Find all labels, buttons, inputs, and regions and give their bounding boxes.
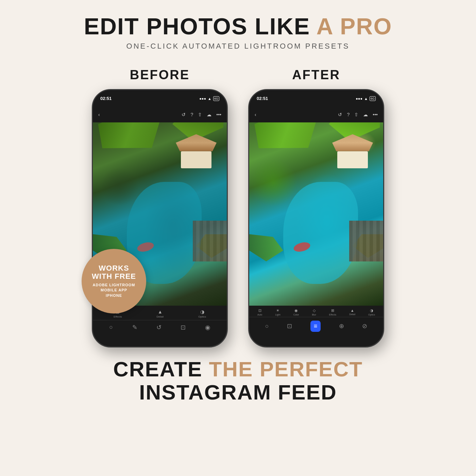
after-phone-wrapper: 02:51 ●●● ▲ 6G ‹ ↺ ? ⇧ ☁ [248,89,384,347]
share-icon[interactable]: ⇧ [198,112,202,117]
headline-text: EDIT PHOTOS LIKE [84,13,317,39]
after-status-icons: ●●● ▲ 6G [356,96,376,101]
footer-section: CREATE THE PERFECT INSTAGRAM FEED [106,347,370,411]
after-lr-nav-bar: ⊡ Auto ☀ Light ◉ Color ◇ [249,306,383,317]
before-nav-optics[interactable]: ◑ Optics [198,309,206,318]
after-hut-roof [332,134,373,151]
detail-icon: ▲ [158,309,163,314]
before-hut-roof [176,134,217,151]
auto-icon: ⊡ [258,308,261,313]
after-effects-icon: ⊞ [331,308,334,313]
before-eye-icon[interactable]: ◉ [205,324,210,331]
before-hut [176,134,217,168]
after-nav-detail[interactable]: ▲ Detail [349,308,355,316]
after-pool [283,182,358,284]
footer-headline: CREATE THE PERFECT [113,358,363,381]
before-status-icons: ●●● ▲ 6G [199,96,219,101]
before-hut-body [181,151,211,168]
optics-icon: ◑ [200,309,204,314]
back-icon[interactable]: ‹ [98,112,100,117]
after-optics-label: Optics [368,313,375,316]
history-icon[interactable]: ↺ [182,112,186,117]
before-lr-top-bar: ‹ ↺ ? ⇧ ☁ ••• [93,107,227,122]
after-history-icon[interactable]: ↺ [338,112,342,117]
after-more-icon[interactable]: ••• [373,112,378,117]
before-pen-icon[interactable]: ✎ [132,324,137,331]
after-nav-effects[interactable]: ⊞ Effects [329,308,336,316]
after-status-time: 02:51 [257,96,268,101]
footer-instagram: INSTAGRAM FEED [113,381,363,404]
after-lr-top-bar: ‹ ↺ ? ⇧ ☁ ••• [249,107,383,122]
after-share-icon[interactable]: ⇧ [354,112,358,117]
after-circle-icon[interactable]: ○ [265,323,269,330]
after-detail-label: Detail [349,313,355,316]
after-grid2-icon[interactable]: ⊡ [287,322,292,330]
after-hut-body [337,151,368,168]
light-label: Light [275,313,280,316]
cloud-icon[interactable]: ☁ [207,112,211,117]
after-phone-container: AFTER 02:51 ●●● ▲ 6G ‹ ↺ [248,68,384,347]
before-rotate-icon[interactable]: ↺ [156,324,162,331]
blur-icon: ◇ [313,308,316,313]
main-headline: EDIT PHOTOS LIKE A PRO [84,14,392,39]
after-nav-light[interactable]: ☀ Light [275,308,280,316]
after-lr-bottom-bar: ○ ⊡ ≡ ⊕ ⊘ [249,317,383,334]
network-icon: 6G [213,96,219,101]
subtitle-text: ONE-CLICK AUTOMATED LIGHTROOM PRESETS [84,42,392,51]
before-label: BEFORE [130,68,190,82]
after-sliders-icon[interactable]: ≡ [310,321,321,332]
after-network-icon: 6G [370,96,376,101]
after-lr-toolbar: ⊡ Auto ☀ Light ◉ Color ◇ [249,306,383,346]
after-signal-icon: ●●● [356,97,362,101]
auto-label: Auto [257,313,262,316]
after-plus-icon[interactable]: ⊕ [339,322,344,330]
after-nav-optics[interactable]: ◑ Optics [368,308,375,316]
after-nav-auto[interactable]: ⊡ Auto [257,308,262,316]
before-grid-icon[interactable]: ⊡ [181,324,186,331]
after-nav-blur[interactable]: ◇ Blur [312,308,316,316]
light-icon: ☀ [276,308,279,313]
after-effects-label: Effects [329,313,336,316]
help-icon[interactable]: ? [190,112,193,117]
signal-icon: ●●● [199,97,206,101]
before-walkway [193,221,227,261]
footer-perfect: THE PERFECT [209,357,363,381]
after-phone-notch [294,90,338,100]
before-phone-wrapper: 02:51 ●●● ▲ 6G ‹ ↺ ? ⇧ ☁ [92,89,228,347]
after-back-icon[interactable]: ‹ [255,112,256,117]
before-circle-icon[interactable]: ○ [109,324,113,331]
after-photo-bg [249,107,383,306]
before-phone-notch [138,90,182,100]
badge-sub-text: ADOBE LIGHTROOM MOBILE APP IPHONE [93,283,135,298]
more-icon[interactable]: ••• [216,112,221,117]
after-dot-icon[interactable]: ⊘ [362,322,367,330]
color-icon: ◉ [294,308,298,313]
badge-main-text: WORKS WITH FREE [92,264,136,280]
after-help-icon[interactable]: ? [347,112,350,117]
after-optics-icon: ◑ [370,308,373,313]
wifi-icon: ▲ [208,97,211,101]
blur-label: Blur [312,313,316,316]
after-hut [332,134,373,168]
color-label: Color [293,313,299,316]
before-status-time: 02:51 [100,96,112,101]
after-phone-frame: 02:51 ●●● ▲ 6G ‹ ↺ ? ⇧ ☁ [248,89,384,347]
detail-label: Detail [157,315,164,318]
footer-create: CREATE [113,357,209,381]
headline-highlight: A PRO [317,13,392,39]
before-phone-container: BEFORE 02:51 ●●● ▲ 6G ‹ ↺ [92,68,228,347]
header-section: EDIT PHOTOS LIKE A PRO ONE-CLICK AUTOMAT… [77,0,399,57]
effects-label: Effects [114,315,122,318]
before-lr-bottom-bar: ○ ✎ ↺ ⊡ ◉ [93,320,227,333]
after-wifi-icon: ▲ [364,97,368,101]
after-cloud-icon[interactable]: ☁ [363,112,368,117]
after-detail-icon: ▲ [351,308,354,312]
after-nav-color[interactable]: ◉ Color [293,308,299,316]
badge-circle: WORKS WITH FREE ADOBE LIGHTROOM MOBILE A… [82,249,146,313]
phones-section: BEFORE 02:51 ●●● ▲ 6G ‹ ↺ [0,57,476,347]
after-walkway [349,221,383,261]
after-label: AFTER [292,68,340,82]
before-nav-detail[interactable]: ▲ Detail [157,309,164,318]
before-top-icons: ↺ ? ⇧ ☁ ••• [182,112,221,117]
optics-label: Optics [198,315,206,318]
